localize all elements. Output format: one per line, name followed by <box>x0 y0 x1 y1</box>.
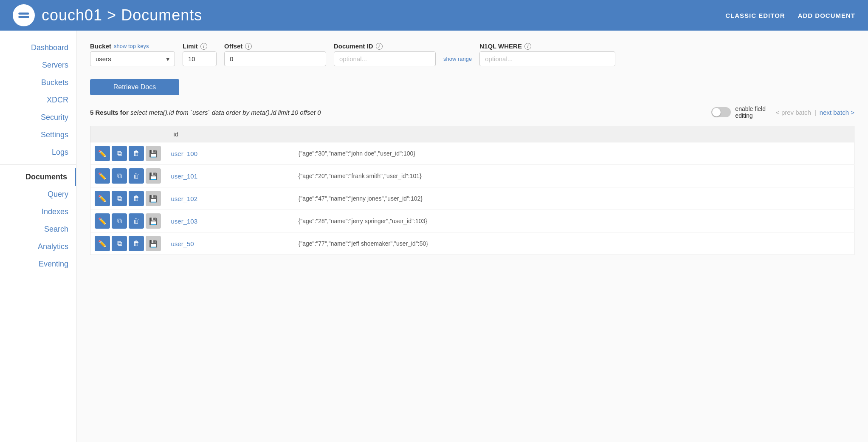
offset-field-group: Offset i <box>224 42 326 66</box>
bucket-select[interactable]: users <box>90 51 175 66</box>
enable-toggle-group: enable fieldediting <box>711 105 766 119</box>
copy-button[interactable]: ⧉ <box>112 191 127 206</box>
edit-button[interactable]: ✏️ <box>95 236 110 251</box>
sidebar-item-query[interactable]: Query <box>0 186 76 203</box>
main-layout: Dashboard Servers Buckets XDCR Security … <box>0 31 868 442</box>
sidebar-item-analytics[interactable]: Analytics <box>0 238 76 255</box>
main-content: Bucket show top keys users ▼ Limit i <box>76 31 868 442</box>
save-button: 💾 <box>146 146 161 161</box>
batch-nav: < prev batch | next batch > <box>776 109 854 116</box>
prev-batch-link[interactable]: < prev batch <box>776 109 811 116</box>
sidebar-item-xdcr[interactable]: XDCR <box>0 91 76 109</box>
action-buttons: ✏️ ⧉ 🗑 💾 <box>95 146 163 161</box>
show-range-link[interactable]: show range <box>443 56 472 62</box>
delete-button[interactable]: 🗑 <box>129 213 144 229</box>
table-row: ✏️ ⧉ 🗑 💾 user_102{"age":"47","name":"jen… <box>90 187 854 210</box>
table-row: ✏️ ⧉ 🗑 💾 user_50{"age":"77","name":"jeff… <box>90 232 854 255</box>
doc-id-link[interactable]: user_103 <box>171 218 198 225</box>
docid-label: Document ID i <box>334 42 436 50</box>
delete-button[interactable]: 🗑 <box>129 146 144 161</box>
bucket-select-wrapper: users ▼ <box>90 51 175 66</box>
n1ql-input[interactable] <box>479 51 615 66</box>
toolbar: Bucket show top keys users ▼ Limit i <box>90 42 854 66</box>
col-data <box>294 126 854 142</box>
delete-button[interactable]: 🗑 <box>129 236 144 251</box>
edit-button[interactable]: ✏️ <box>95 191 110 206</box>
sidebar-item-eventing[interactable]: Eventing <box>0 255 76 273</box>
enable-field-editing-toggle[interactable] <box>711 107 731 117</box>
save-button: 💾 <box>146 213 161 229</box>
next-batch-link[interactable]: next batch > <box>820 109 854 116</box>
table-body: ✏️ ⧉ 🗑 💾 user_100{"age":"30","name":"joh… <box>90 142 854 255</box>
docid-field-group: Document ID i <box>334 42 436 66</box>
action-buttons: ✏️ ⧉ 🗑 💾 <box>95 191 163 206</box>
sidebar: Dashboard Servers Buckets XDCR Security … <box>0 31 76 442</box>
classic-editor-button[interactable]: CLASSIC EDITOR <box>725 12 785 19</box>
limit-field-group: Limit i <box>183 42 217 66</box>
limit-label: Limit i <box>183 42 217 50</box>
doc-data-cell: {"age":"77","name":"jeff shoemaker","use… <box>294 232 854 255</box>
bucket-field-group: Bucket show top keys users ▼ <box>90 42 175 66</box>
offset-input[interactable] <box>224 51 326 66</box>
doc-id-link[interactable]: user_101 <box>171 173 198 180</box>
doc-id-link[interactable]: user_100 <box>171 150 198 157</box>
results-bar: 5 Results for select meta().id from `use… <box>90 105 854 119</box>
copy-button[interactable]: ⧉ <box>112 236 127 251</box>
doc-id-link[interactable]: user_50 <box>171 240 194 247</box>
sidebar-item-dashboard[interactable]: Dashboard <box>0 39 76 57</box>
sidebar-item-settings[interactable]: Settings <box>0 126 76 144</box>
sidebar-item-search[interactable]: Search <box>0 221 76 238</box>
doc-id-input[interactable] <box>334 51 436 66</box>
doc-data-cell: {"age":"20","name":"frank smith","user_i… <box>294 165 854 187</box>
sidebar-item-indexes[interactable]: Indexes <box>0 203 76 221</box>
sidebar-item-buckets[interactable]: Buckets <box>0 74 76 91</box>
table-row: ✏️ ⧉ 🗑 💾 user_103{"age":"28","name":"jer… <box>90 210 854 232</box>
show-top-keys-link[interactable]: show top keys <box>114 43 149 49</box>
delete-button[interactable]: 🗑 <box>129 191 144 206</box>
enable-field-editing-label: enable fieldediting <box>735 105 766 119</box>
sidebar-item-logs[interactable]: Logs <box>0 144 76 161</box>
save-button: 💾 <box>146 168 161 184</box>
save-button: 💾 <box>146 236 161 251</box>
doc-id-link[interactable]: user_102 <box>171 195 198 202</box>
results-count: 5 <box>90 109 93 116</box>
action-buttons: ✏️ ⧉ 🗑 💾 <box>95 213 163 229</box>
action-buttons: ✏️ ⧉ 🗑 💾 <box>95 236 163 251</box>
edit-button[interactable]: ✏️ <box>95 146 110 161</box>
add-document-button[interactable]: ADD DOCUMENT <box>798 12 855 19</box>
table-header: id <box>90 126 854 142</box>
row-actions: ✏️ ⧉ 🗑 💾 <box>90 210 167 232</box>
results-label: Results for <box>96 109 131 116</box>
documents-table: id ✏️ ⧉ 🗑 💾 user_100{"age":"30","name":"… <box>90 126 854 255</box>
header-actions: CLASSIC EDITOR ADD DOCUMENT <box>725 12 855 19</box>
row-actions: ✏️ ⧉ 🗑 💾 <box>90 232 167 255</box>
doc-data-cell: {"age":"30","name":"john doe","user_id":… <box>294 142 854 165</box>
limit-info-icon: i <box>200 43 207 50</box>
row-actions: ✏️ ⧉ 🗑 💾 <box>90 187 167 210</box>
sidebar-divider <box>0 164 76 165</box>
batch-separator: | <box>814 109 816 116</box>
sidebar-item-servers[interactable]: Servers <box>0 57 76 74</box>
results-text: 5 Results for select meta().id from `use… <box>90 109 701 116</box>
svg-rect-1 <box>18 16 29 18</box>
toggle-knob <box>712 108 721 116</box>
table-row: ✏️ ⧉ 🗑 💾 user_100{"age":"30","name":"joh… <box>90 142 854 165</box>
n1ql-info-icon: i <box>524 43 531 50</box>
limit-input[interactable] <box>183 51 217 66</box>
n1ql-field-group: N1QL WHERE i <box>479 42 615 66</box>
copy-button[interactable]: ⧉ <box>112 168 127 184</box>
doc-id-cell: user_50 <box>167 232 294 255</box>
copy-button[interactable]: ⧉ <box>112 213 127 229</box>
doc-id-cell: user_101 <box>167 165 294 187</box>
edit-button[interactable]: ✏️ <box>95 213 110 229</box>
docid-info-icon: i <box>376 43 383 50</box>
col-id: id <box>167 126 294 142</box>
offset-label: Offset i <box>224 42 326 50</box>
edit-button[interactable]: ✏️ <box>95 168 110 184</box>
row-actions: ✏️ ⧉ 🗑 💾 <box>90 165 167 187</box>
retrieve-docs-button[interactable]: Retrieve Docs <box>90 79 179 95</box>
sidebar-item-documents[interactable]: Documents <box>0 168 76 186</box>
copy-button[interactable]: ⧉ <box>112 146 127 161</box>
delete-button[interactable]: 🗑 <box>129 168 144 184</box>
sidebar-item-security[interactable]: Security <box>0 109 76 126</box>
